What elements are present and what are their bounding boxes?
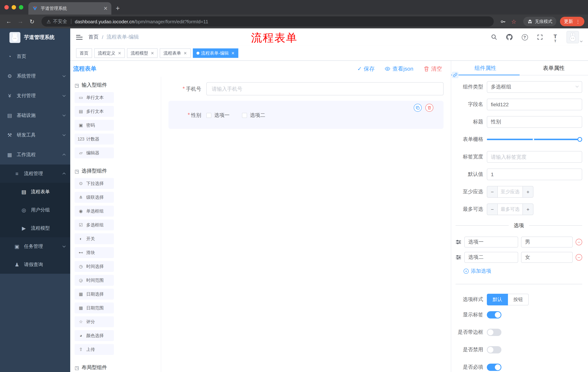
drag-handle-icon[interactable] [456,255,461,260]
sidebar-item-process-form[interactable]: ▤ 流程表单 [0,183,70,201]
tag-process-definition[interactable]: 流程定义 ✕ [94,48,125,58]
gender-field-row-selected[interactable]: *性别 选项一 选项二 [168,101,443,129]
phone-input[interactable] [206,82,443,95]
form-grid-slider[interactable] [487,134,582,145]
component-counter[interactable]: 123计数器 [74,134,114,145]
add-option-button[interactable]: + 添加选项 [463,268,582,275]
component-multi-line-text[interactable]: ▤多行文本 [74,106,114,117]
close-icon[interactable]: ✕ [184,51,187,55]
browser-update-button[interactable]: 更新 ⋮ [560,17,584,26]
component-upload[interactable]: ⇧上传 [74,344,114,355]
component-date-range[interactable]: ▩日期范围 [74,302,114,313]
clear-button[interactable]: 清空 [423,65,442,72]
component-password[interactable]: ▣密码 [74,120,114,131]
show-label-switch[interactable] [487,311,501,319]
browser-tab[interactable]: 芋道管理系统 ✕ [28,2,111,15]
decrease-button[interactable]: − [487,186,498,198]
option-label-input[interactable] [464,237,518,247]
drag-handle-icon[interactable] [456,239,461,245]
password-key-icon[interactable] [498,17,508,26]
address-bar[interactable]: ⚠ 不安全 dashboard.yudao.iocoder.cn/bpm/man… [42,16,494,27]
sidebar-item-devtools[interactable]: ⚒ 研发工具 [0,125,70,145]
component-time-range[interactable]: ◶时间范围 [74,275,114,286]
border-switch[interactable] [487,329,501,336]
remove-option-button[interactable]: − [576,254,582,261]
window-zoom-button[interactable] [19,5,23,10]
sidebar-item-infra[interactable]: ▤ 基础设施 [0,106,70,125]
link-icon[interactable] [452,72,459,78]
breadcrumb-home[interactable]: 首页 [88,34,99,40]
component-slider[interactable]: ⊷滑块 [74,247,114,258]
tab-form-props[interactable]: 表单属性 [520,61,588,75]
disabled-switch[interactable] [487,346,501,353]
fullscreen-icon[interactable] [536,33,544,41]
forward-button[interactable]: → [15,16,25,27]
github-icon[interactable] [505,33,514,41]
option-value-input[interactable] [521,252,573,263]
window-minimize-button[interactable] [12,5,16,10]
close-icon[interactable]: ✕ [231,51,234,55]
tab-component-props[interactable]: 组件属性 [451,61,520,75]
user-menu[interactable] [567,31,582,43]
bookmark-star-icon[interactable]: ☆ [509,17,518,26]
decrease-button[interactable]: − [487,203,498,215]
window-close-button[interactable] [4,5,9,10]
sidebar-item-user-group[interactable]: ◎ 用户分组 [0,201,70,219]
component-checkbox-group[interactable]: ☑多选框组 [74,220,114,230]
new-tab-button[interactable]: + [116,4,120,12]
option-style-button-button[interactable]: 按钮 [508,294,529,305]
browser-menu-icon[interactable]: ⋮ [576,19,580,24]
component-dropdown[interactable]: ⊙下拉选择 [74,178,114,189]
tag-process-model[interactable]: 流程模型 ✕ [127,48,158,58]
max-select-value[interactable]: 最多可选 [498,203,523,215]
component-radio-group[interactable]: ◉单选框组 [74,206,114,217]
search-icon[interactable] [490,33,498,41]
option-label-input[interactable] [464,252,518,263]
sidebar-fold-icon[interactable] [76,35,83,40]
checkbox-option2[interactable]: 选项二 [242,112,265,118]
tab-close-icon[interactable]: ✕ [104,5,108,11]
sidebar-item-task-mgmt[interactable]: ▣ 任务管理 [0,237,70,255]
slider-handle[interactable] [578,137,582,142]
sidebar-item-process-mgmt[interactable]: ≡ 流程管理 [0,165,70,183]
min-select-value[interactable]: 至少应选 [498,186,523,198]
increase-button[interactable]: + [523,203,533,215]
component-rate[interactable]: ☆评分 [74,316,114,327]
view-json-button[interactable]: 查看json [385,65,413,72]
component-cascader[interactable]: ⋔级联选择 [74,192,114,203]
field-name-input[interactable] [487,99,582,110]
default-value-input[interactable] [487,169,582,180]
component-editor[interactable]: ▱编辑器 [74,148,114,158]
save-button[interactable]: ✓ 保存 [357,65,375,72]
sidebar-item-workflow[interactable]: ▦ 工作流程 [0,145,70,165]
sidebar-item-payment[interactable]: ¥ 支付管理 [0,86,70,106]
component-single-line-text[interactable]: ▭单行文本 [74,92,114,103]
sidebar-item-system[interactable]: ⚙ 系统管理 [0,66,70,86]
option-style-default-button[interactable]: 默认 [487,294,508,305]
component-time-picker[interactable]: ◷时间选择 [74,261,114,272]
tag-process-form-edit[interactable]: 流程表单-编辑 ✕ [193,48,238,58]
remove-option-button[interactable]: − [576,239,582,245]
tag-home[interactable]: 首页 [76,48,92,58]
help-icon[interactable]: ? [521,33,529,41]
phone-field-row[interactable]: *手机号 [168,80,443,98]
label-width-input[interactable] [487,151,582,163]
increase-button[interactable]: + [523,186,533,198]
copy-component-button[interactable] [414,104,422,112]
checkbox-option1[interactable]: 选项一 [206,112,230,118]
sidebar-item-process-model[interactable]: ▶ 流程模型 [0,219,70,237]
font-size-icon[interactable]: TT [551,33,559,41]
component-color-picker[interactable]: ◕颜色选择 [74,330,114,341]
component-type-select[interactable]: 多选框组 [487,81,582,93]
required-switch[interactable] [487,364,501,371]
component-date-picker[interactable]: ▦日期选择 [74,289,114,299]
sidebar-item-leave-query[interactable]: ♟ 请假查询 [0,255,70,274]
component-switch[interactable]: ◐开关 [74,233,114,244]
reload-button[interactable]: ↻ [27,16,37,27]
back-button[interactable]: ← [4,16,14,27]
close-icon[interactable]: ✕ [151,51,154,55]
sidebar-item-home[interactable]: ◔ 首页 [0,47,70,66]
option-value-input[interactable] [521,237,573,247]
close-icon[interactable]: ✕ [118,51,121,55]
tag-process-form[interactable]: 流程表单 ✕ [160,48,190,58]
